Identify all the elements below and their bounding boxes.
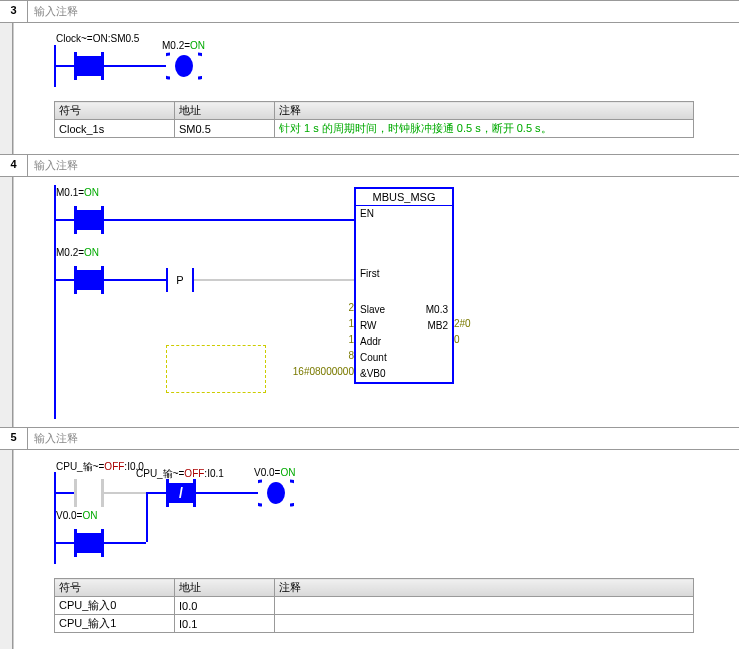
pin-val-slave: 2	[348, 302, 354, 313]
contact-no[interactable]	[74, 52, 104, 80]
contact-group: CPU_输~=OFF:I0.1 /	[166, 479, 196, 507]
network-body: M0.1=ON M0.2=ON P MBUS_MSG	[0, 177, 739, 427]
coil[interactable]	[258, 479, 294, 507]
pin-out-val2: 0	[454, 334, 460, 345]
coil-label: V0.0=ON	[254, 467, 295, 478]
power-rail: M0.1=ON M0.2=ON P MBUS_MSG	[54, 185, 739, 419]
network-4: 4 输入注释 M0.1=ON M0.2=ON P	[0, 154, 739, 427]
gutter	[0, 23, 14, 154]
la: :I0.1	[204, 468, 223, 479]
rung: M0.1=ON	[56, 199, 354, 241]
wire	[104, 542, 146, 544]
gutter	[0, 177, 14, 427]
contact-no[interactable]	[74, 529, 104, 557]
contact-label: M0.1=ON	[56, 187, 99, 198]
pin-first: First	[360, 267, 379, 281]
contact-no[interactable]	[74, 266, 104, 294]
th-address: 地址	[175, 102, 275, 120]
wire	[56, 492, 74, 494]
th-symbol: 符号	[55, 579, 175, 597]
pin-slave: Slave	[360, 303, 385, 317]
network-title: 输入注释	[28, 1, 84, 22]
pin-out-m03: M0.3	[426, 303, 448, 317]
p-contact[interactable]: P	[166, 268, 194, 292]
network-number: 5	[0, 428, 28, 449]
cell-symbol: CPU_输入0	[55, 597, 175, 615]
pin-out-mb2: MB2	[427, 319, 448, 333]
wire-off	[194, 279, 354, 281]
network-number: 4	[0, 155, 28, 176]
coil-state: ON	[190, 40, 205, 51]
network-number: 3	[0, 1, 28, 22]
power-rail: CPU_输~=OFF:I0.0 CPU_输~=OFF:I0.1 /	[54, 472, 739, 564]
table-row: CPU_输入1 I0.1	[55, 615, 694, 633]
wire	[148, 492, 166, 494]
power-rail: Clock~=ON:SM0.5 M0.2=ON	[54, 45, 739, 87]
rung-branch: V0.0=ON	[56, 522, 739, 564]
network-5: 5 输入注释 CPU_输~=OFF:I0.0 CPU_输~=OFF:I0.1	[0, 427, 739, 649]
wire	[104, 219, 354, 221]
pin-val-vb0: 16#08000000	[293, 366, 354, 377]
contact-no[interactable]	[74, 206, 104, 234]
network-header: 3 输入注释	[0, 1, 739, 23]
network-title: 输入注释	[28, 428, 84, 449]
pin-val-addr: 1	[348, 334, 354, 345]
cell-address: I0.1	[175, 615, 275, 633]
network-title: 输入注释	[28, 155, 84, 176]
lp: V0.0=	[56, 510, 82, 521]
wire	[104, 65, 166, 67]
cell-symbol: Clock_1s	[55, 120, 175, 138]
pin-addr: Addr	[360, 335, 381, 349]
rung: CPU_输~=OFF:I0.0 CPU_输~=OFF:I0.1 /	[56, 472, 739, 514]
th-address: 地址	[175, 579, 275, 597]
ls: OFF	[104, 461, 124, 472]
network-header: 5 输入注释	[0, 428, 739, 450]
table-header-row: 符号 地址 注释	[55, 579, 694, 597]
lp: CPU_输~=	[136, 468, 184, 479]
table-row: Clock_1s SM0.5 针对 1 s 的周期时间，时钟脉冲接通 0.5 s…	[55, 120, 694, 138]
network-3: 3 输入注释 Clock~=ON:SM0.5 M0.2=ON	[0, 0, 739, 154]
p-label: P	[176, 274, 183, 286]
pin-vb0: &VB0	[360, 367, 386, 381]
wire	[104, 279, 166, 281]
pin-out-val: 2#0	[454, 318, 471, 329]
wire	[56, 65, 74, 67]
cell-address: SM0.5	[175, 120, 275, 138]
svg-point-0	[175, 55, 193, 77]
contact-label: M0.2=ON	[56, 247, 99, 258]
block-title: MBUS_MSG	[356, 189, 452, 206]
coil-group: M0.2=ON	[166, 52, 202, 80]
function-block-mbus-msg[interactable]: MBUS_MSG EN First 2 Slave M0.3 2#0 1	[354, 187, 454, 384]
wire	[56, 542, 74, 544]
network-body: CPU_输~=OFF:I0.0 CPU_输~=OFF:I0.1 /	[0, 450, 739, 649]
coil[interactable]	[166, 52, 202, 80]
pin-en: EN	[360, 207, 374, 221]
network-body: Clock~=ON:SM0.5 M0.2=ON 符号 地址 注释	[0, 23, 739, 154]
symbol-table: 符号 地址 注释 CPU_输入0 I0.0 CPU_输入1 I0.1	[54, 578, 694, 633]
contact-label-1: CPU_输~=OFF:I0.0	[56, 460, 144, 474]
wire-off	[104, 492, 146, 494]
coil-label-prefix: M0.2=	[162, 40, 190, 51]
contact-no-off[interactable]	[74, 479, 104, 507]
cell-address: I0.0	[175, 597, 275, 615]
svg-point-1	[267, 482, 285, 504]
wire	[56, 219, 74, 221]
coil-label: M0.2=ON	[162, 40, 205, 51]
label-prefix: M0.1=	[56, 187, 84, 198]
ls: OFF	[184, 468, 204, 479]
symbol-table: 符号 地址 注释 Clock_1s SM0.5 针对 1 s 的周期时间，时钟脉…	[54, 101, 694, 138]
pin-val-rw: 1	[348, 318, 354, 329]
table-row: CPU_输入0 I0.0	[55, 597, 694, 615]
cell-comment	[275, 597, 694, 615]
contact-label: V0.0=ON	[56, 510, 97, 521]
cp: V0.0=	[254, 467, 280, 478]
pin-count: Count	[360, 351, 387, 365]
th-comment: 注释	[275, 102, 694, 120]
lp: CPU_输~=	[56, 461, 104, 472]
pin-val-count: 8	[348, 350, 354, 361]
gutter	[0, 450, 14, 649]
cell-comment: 针对 1 s 的周期时间，时钟脉冲接通 0.5 s，断开 0.5 s。	[275, 120, 694, 138]
contact-nc[interactable]: /	[166, 479, 196, 507]
rung: M0.2=ON P	[56, 259, 354, 301]
junction	[146, 492, 148, 494]
